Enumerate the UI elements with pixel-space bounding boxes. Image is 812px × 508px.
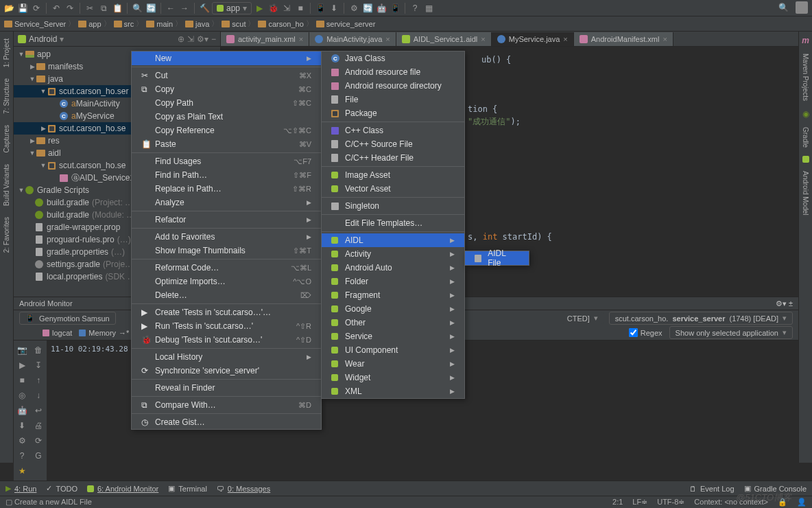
rail-android-model[interactable]: Android Model [802,168,809,218]
am-play-icon[interactable]: ▶ [16,360,27,371]
cm1-item-12[interactable]: Analyze▶ [132,196,321,209]
am-down-icon[interactable]: ⬇ [16,420,27,431]
cm1-item-2[interactable]: ✂Cut⌘X [132,69,321,82]
search-everywhere-icon[interactable]: 🔍 [778,3,789,12]
cm1-item-4[interactable]: Copy Path⇧⌘C [132,96,321,110]
cm2-item-24[interactable]: Service▶ [322,330,464,343]
copy-icon[interactable]: ⧉ [97,2,110,14]
cm1-item-16[interactable]: Add to Favorites▶ [132,230,321,244]
am-tab-logcat[interactable]: logcat [43,329,72,337]
find-icon[interactable]: 🔍 [131,2,143,14]
crumb-4[interactable]: java〉 [185,19,219,29]
cm2-item-23[interactable]: Other▶ [322,316,464,330]
am-tab-memory[interactable]: Memory →* [79,329,129,337]
cm1-item-28[interactable]: ⟳Synchronize 'service_server' [132,364,321,378]
project-structure-icon[interactable]: ⚙ [348,2,360,14]
make-icon[interactable]: 🔨 [198,2,211,14]
editor-tab-3[interactable]: MyService.java× [492,32,574,46]
cm2-item-1[interactable]: Android resource file [322,65,464,79]
cm2-item-18[interactable]: Activity▶ [322,247,464,261]
am-print-icon[interactable]: 🖨 [33,420,44,431]
sdk-icon[interactable]: ⬇ [328,2,340,14]
am-camera-icon[interactable]: 📷 [16,345,27,356]
am-android-icon[interactable]: 🤖 [16,405,27,416]
bb-messages[interactable]: 🗨 0: Messages [217,484,270,493]
cm1-item-5[interactable]: Copy as Plain Text [132,110,321,124]
am-g-icon[interactable]: G [33,450,44,461]
bb-terminal[interactable]: ▣ Terminal [168,484,207,493]
cm2-item-13[interactable]: Singleton [322,199,464,213]
hide-icon[interactable]: − [211,34,216,44]
avd-icon[interactable]: 📱 [314,2,326,14]
crumb-3[interactable]: main〉 [146,19,182,29]
cm1-item-9[interactable]: Find Usages⌥F7 [132,154,321,168]
status-pos[interactable]: 2:1 [612,498,623,507]
am-radio-icon[interactable]: ◎ [16,390,27,401]
am-up-icon[interactable]: ↑ [33,375,44,386]
context-menu-main[interactable]: New▶✂Cut⌘X⧉Copy⌘CCopy Path⇧⌘CCopy as Pla… [131,51,322,430]
bb-android-monitor[interactable]: 6: Android Monitor [87,484,158,493]
am-hide-icon[interactable]: ± [789,299,793,308]
editor-tab-4[interactable]: AndroidManifest.xml× [574,32,673,46]
am-stop-icon[interactable]: ■ [16,375,27,386]
run-config-combo[interactable]: app▾ [212,2,252,14]
cm2-item-0[interactable]: Java Class [322,51,464,65]
cm1-item-34[interactable]: ◷Create Gist… [132,415,321,429]
cm1-item-0[interactable]: New▶ [132,51,321,65]
cm1-item-3[interactable]: ⧉Copy⌘C [132,82,321,96]
cm2-item-19[interactable]: Android Auto▶ [322,261,464,275]
layout-icon[interactable]: ▦ [422,2,435,14]
am-gear-icon[interactable]: ⚙▾ [776,299,787,308]
close-tab-icon[interactable]: × [563,35,567,43]
crumb-6[interactable]: carson_ho〉 [258,19,313,29]
am-clear-icon[interactable]: 🗑 [33,345,44,356]
replace-icon[interactable]: 🔄 [145,2,157,14]
editor-tab-1[interactable]: MainActivity.java× [309,32,396,46]
stop-icon[interactable]: ■ [294,2,307,14]
collapse-icon[interactable]: ⇲ [187,34,194,44]
attach-icon[interactable]: ⇲ [280,2,293,14]
close-tab-icon[interactable]: × [385,35,390,43]
status-enc[interactable]: UTF-8≑ [657,498,684,507]
rail-structure[interactable]: 7: Structure [3,76,10,117]
device-icon[interactable]: 📱 [389,2,401,14]
rail-favorites[interactable]: 2: Favorites [3,214,10,255]
status-le[interactable]: LF≑ [632,498,647,507]
cm2-item-4[interactable]: Package [322,106,464,120]
crumb-2[interactable]: src〉 [114,19,144,29]
cm1-item-6[interactable]: Copy Reference⌥⇧⌘C [132,124,321,137]
am-star-icon[interactable]: ★ [16,465,27,476]
cm2-item-17[interactable]: AIDL▶ [322,233,464,247]
bb-event-log[interactable]: 🗒 Event Log [689,484,735,493]
cm-aidl-file[interactable]: AIDL File [465,251,529,265]
context-menu-aidl[interactable]: AIDL File [464,251,529,266]
rail-maven[interactable]: Maven Projects [802,51,809,104]
am-restart-icon[interactable]: ⟳ [33,435,44,446]
cm2-item-3[interactable]: File [322,93,464,106]
am-device-combo[interactable]: 📱 Genymotion Samsun [19,312,116,325]
redo-icon[interactable]: ↷ [64,2,76,14]
rail-project[interactable]: 1: Project [3,36,10,70]
cm2-item-7[interactable]: C/C++ Source File [322,137,464,151]
crumb-7[interactable]: service_server [316,20,376,28]
expand-icon[interactable]: ⊕ [178,34,184,44]
cm1-item-17[interactable]: Show Image Thumbnails⇧⌘T [132,244,321,257]
android-icon[interactable]: 🤖 [375,2,387,14]
cm2-item-28[interactable]: XML▶ [322,384,464,398]
cm2-item-26[interactable]: Wear▶ [322,357,464,371]
cm1-item-19[interactable]: Reformat Code…⌥⌘L [132,261,321,275]
panel-title[interactable]: Android [29,34,57,44]
cm1-item-32[interactable]: ⧉Compare With…⌘D [132,398,321,412]
undo-icon[interactable]: ↶ [50,2,62,14]
rail-build-variants[interactable]: Build Variants [3,161,10,209]
close-tab-icon[interactable]: × [481,35,485,43]
cm1-item-30[interactable]: Reveal in Finder [132,381,321,395]
am-filter-combo[interactable]: Show only selected application▾ [669,326,793,339]
sync-gradle-icon[interactable]: 🔄 [361,2,374,14]
cm1-item-11[interactable]: Replace in Path…⇧⌘R [132,182,321,196]
context-menu-new[interactable]: Java ClassAndroid resource fileAndroid r… [321,51,465,399]
cm2-item-20[interactable]: Folder▶ [322,275,464,288]
am-help-icon[interactable]: ? [16,450,27,461]
forward-icon[interactable]: → [178,2,191,14]
cm2-item-27[interactable]: Widget▶ [322,371,464,384]
